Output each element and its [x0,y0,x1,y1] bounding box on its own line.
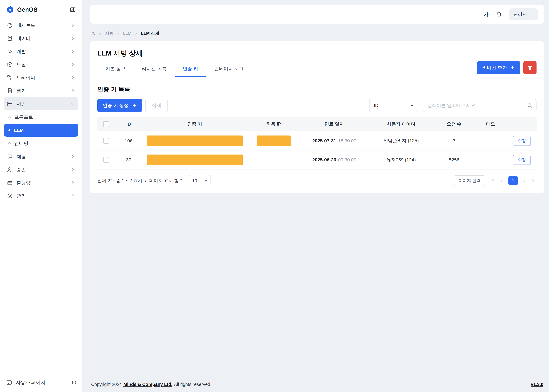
delete-serving-button[interactable] [523,61,536,74]
cell-auth-key [142,131,247,150]
cell-auth-key [142,150,247,169]
sidebar-item-quota[interactable]: 할당량 [4,176,78,189]
row-checkbox[interactable] [103,138,109,144]
sidebar-item-approval[interactable]: 승인 [4,163,78,176]
select-all-checkbox[interactable] [103,121,109,127]
sidebar-item-label: 관리 [16,193,26,199]
page-footer: Copyright 2024 Minds & Company Ltd. All … [82,378,549,392]
external-link-icon [71,380,77,385]
sidebar-item-develop[interactable]: 개발 [4,45,78,58]
sidebar-item-label: 대시보드 [16,22,35,28]
breadcrumb-llm[interactable]: LLM [123,31,131,36]
table-row: 37 2025-06-2609:30:00 유저059 (124) 5256 수… [97,150,537,169]
sidebar-item-dashboard[interactable]: 대시보드 [4,19,78,32]
filter-field-select[interactable]: ID [369,99,419,112]
sidebar-collapse-button[interactable] [69,6,77,14]
search-box [423,99,536,112]
sidebar-item-label: 데이터 [16,35,31,42]
table-header-row: ID 인증 키 허용 IP 만료 일자 사용자 아이디 요청 수 메모 [97,117,537,131]
sidebar-item-data[interactable]: 데이터 [4,32,78,45]
add-revision-label: 리비전 추가 [482,64,507,71]
rows-per-page-select[interactable]: 10 [189,175,211,186]
main-content: 가 관리자 홈 서빙 LLM LLM 상세 LLM 서빙 상세 기본 정보 리비… [82,0,549,392]
sidebar-item-label: 모델 [16,62,26,68]
sidebar-item-evaluation[interactable]: 평가 [4,84,78,97]
sidebar-item-trainer[interactable]: 트레이너 [4,71,78,84]
sidebar-item-serving[interactable]: 서빙 [4,97,78,110]
current-page-button[interactable]: 1 [508,176,518,185]
create-key-label: 인증 키 생성 [103,102,129,109]
table-controls: 인증 키 생성 삭제 ID [97,99,536,112]
row-checkbox[interactable] [103,157,109,163]
user-check-icon [7,167,13,173]
notifications-bell-icon[interactable] [495,11,502,18]
next-page-button[interactable] [522,178,527,183]
company-link[interactable]: Minds & Company Ltd. [123,382,172,387]
chevron-right-icon [71,167,75,172]
cell-user-id: 유저059 (124) [368,150,434,169]
column-header-allowed-ip: 허용 IP [247,117,300,131]
sidebar-item-management[interactable]: 관리 [4,189,78,202]
tab-auth-key[interactable]: 인증 키 [175,61,206,77]
gear-icon [7,193,13,199]
database-icon [7,35,13,41]
cell-allowed-ip [247,131,300,150]
edit-button[interactable]: 수정 [513,155,531,165]
tab-revision-list[interactable]: 리비전 목록 [134,61,174,77]
header-checkbox-cell [97,117,115,131]
sidebar-item-chat[interactable]: 채팅 [4,150,78,163]
tab-container-log[interactable]: 컨테이너 로그 [206,61,252,77]
sidebar-item-user-page[interactable]: 사용자 페이지 [6,379,77,386]
chevron-right-icon [98,31,102,35]
user-menu-button[interactable]: 관리자 [509,8,538,20]
search-input[interactable] [423,99,536,112]
first-page-button[interactable] [490,178,495,183]
last-page-button[interactable] [531,178,536,183]
pager: 1 [490,176,536,185]
tab-basic-info[interactable]: 기본 정보 [97,61,134,77]
copyright-suffix: All rights reserved [174,382,210,387]
language-toggle[interactable]: 가 [483,11,489,18]
bullet-icon [8,129,10,131]
genos-logo[interactable]: GenOS [6,6,38,14]
sidebar-item-label: LLM [14,127,24,133]
bullet-icon [8,116,11,118]
code-icon [7,49,13,54]
chevron-right-icon [134,31,138,35]
caret-down-icon [204,180,207,182]
chevron-right-icon [71,49,75,54]
sidebar-item-embedding[interactable]: 임베딩 [4,137,78,150]
sidebar-item-prompt[interactable]: 프롬프트 [4,111,78,124]
delete-keys-button[interactable]: 삭제 [145,99,168,112]
previous-page-button[interactable] [499,178,504,183]
add-revision-button[interactable]: 리비전 추가 [477,61,520,74]
column-header-id: ID [115,117,142,131]
cell-id: 37 [115,150,142,169]
chevron-right-icon [71,62,75,67]
dashboard-icon [7,22,13,28]
cell-request-count: 5256 [434,150,474,169]
column-header-actions [507,117,537,131]
page-input-button[interactable]: 페이지 입력 [454,175,485,186]
sidebar-item-llm[interactable]: LLM [4,124,78,137]
version-link[interactable]: v1.3.0 [531,382,543,387]
sidebar-item-label: 평가 [16,88,26,94]
sidebar-item-label: 사용자 페이지 [16,379,45,386]
cell-actions: 수정 [507,150,537,169]
sidebar-nav: 대시보드 데이터 개발 모델 트레이너 [0,17,82,375]
breadcrumb-serving[interactable]: 서빙 [105,31,114,36]
breadcrumb-current: LLM 상세 [141,31,159,36]
search-icon[interactable] [527,103,533,108]
logo-icon [6,6,14,14]
edit-button[interactable]: 수정 [513,136,531,146]
sidebar-item-model[interactable]: 모델 [4,58,78,71]
create-key-button[interactable]: 인증 키 생성 [97,99,142,112]
cell-checkbox [97,150,115,169]
chevron-right-icon [71,194,75,198]
breadcrumb-home[interactable]: 홈 [91,31,95,36]
table-row: 106 2025-07-3116:30:00 AI팀관리자 (125) 7 수정 [97,131,537,150]
trash-icon [527,65,533,70]
allowed-ip-masked-bar [257,135,291,146]
cell-actions: 수정 [507,131,537,150]
sidebar-item-label: 개발 [16,48,26,55]
